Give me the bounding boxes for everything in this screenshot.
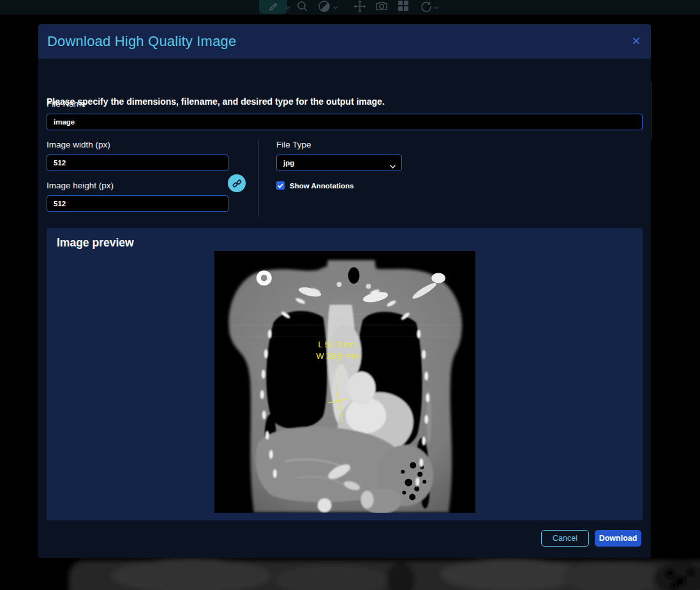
zoom-tool-button[interactable]	[296, 0, 309, 15]
camera-icon	[375, 0, 388, 11]
modal-instructions: Please specify the dimensions, filename,…	[47, 96, 385, 107]
ct-preview-image: L 57.3 mm W 28.6 mm	[214, 251, 475, 513]
contrast-icon	[318, 0, 331, 13]
chevron-down-icon	[332, 5, 339, 10]
file-name-label: File Name	[47, 99, 86, 109]
download-button[interactable]: Download	[595, 530, 641, 547]
window-level-dropdown-button[interactable]	[332, 3, 339, 12]
check-icon	[278, 183, 283, 188]
window-level-tool-button[interactable]	[318, 0, 331, 15]
image-preview-heading: Image preview	[57, 236, 134, 250]
close-button[interactable]	[629, 34, 643, 49]
image-height-label: Image height (px)	[47, 181, 114, 190]
pan-tool-button[interactable]	[354, 0, 366, 15]
annotate-tool-button[interactable]	[259, 0, 287, 14]
annotate-dropdown-button[interactable]	[285, 3, 291, 12]
reset-tool-button[interactable]	[420, 0, 433, 15]
cancel-button[interactable]: Cancel	[541, 530, 589, 547]
modal-header: Download High Quality Image	[38, 24, 651, 59]
layout-grid-icon	[398, 0, 409, 11]
show-annotations-row[interactable]: Show Annotations	[276, 181, 354, 190]
modal-title: Download High Quality Image	[47, 24, 236, 59]
show-annotations-checkbox[interactable]	[276, 181, 285, 190]
file-type-label: File Type	[276, 140, 311, 149]
close-icon	[632, 36, 641, 45]
file-type-select[interactable]: jpg	[276, 155, 402, 171]
show-annotations-label: Show Annotations	[290, 182, 354, 190]
move-icon	[354, 0, 366, 13]
viewer-toolbar	[0, 0, 700, 15]
background-viewport-edge	[651, 82, 652, 139]
column-divider	[258, 139, 259, 217]
magnifier-icon	[296, 0, 309, 13]
image-height-input[interactable]	[47, 195, 228, 212]
viewer-screen: Download High Quality Image Please speci…	[0, 0, 700, 590]
image-width-label: Image width (px)	[47, 140, 110, 149]
link-icon	[232, 179, 242, 188]
measurement-length-label: L 57.3 mm	[318, 340, 357, 349]
measurement-width-label: W 28.6 mm	[316, 351, 359, 361]
pencil-icon	[268, 2, 278, 12]
file-name-input[interactable]	[47, 114, 643, 130]
capture-tool-button[interactable]	[375, 0, 388, 13]
keep-aspect-ratio-button[interactable]	[228, 174, 246, 192]
image-preview-panel: Image preview	[47, 228, 643, 520]
background-ct-slice	[0, 558, 700, 590]
layout-tool-button[interactable]	[398, 0, 409, 13]
chevron-down-icon	[285, 5, 291, 10]
rotate-icon	[420, 0, 433, 13]
image-width-input[interactable]	[47, 155, 228, 171]
download-image-modal: Download High Quality Image Please speci…	[38, 24, 651, 558]
chevron-down-icon	[433, 5, 440, 10]
file-type-select-wrap: jpg	[276, 155, 402, 171]
reset-dropdown-button[interactable]	[433, 3, 440, 12]
